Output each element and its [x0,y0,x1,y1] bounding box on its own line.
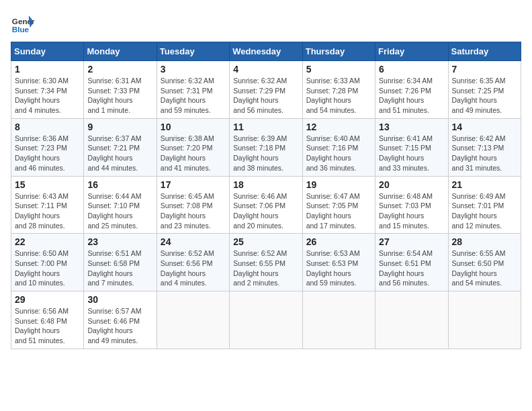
day-info: Sunrise: 6:40 AM Sunset: 7:16 PM Dayligh… [306,134,371,173]
day-number: 29 [15,294,80,305]
calendar-day-cell: 6 Sunrise: 6:34 AM Sunset: 7:26 PM Dayli… [375,61,448,119]
day-info: Sunrise: 6:30 AM Sunset: 7:34 PM Dayligh… [15,76,80,116]
day-info: Sunrise: 6:48 AM Sunset: 7:03 PM Dayligh… [379,191,444,231]
day-number: 8 [15,122,80,132]
day-number: 19 [306,179,371,190]
day-number: 24 [161,236,226,247]
day-info: Sunrise: 6:52 AM Sunset: 6:56 PM Dayligh… [161,248,226,288]
weekday-header: Saturday [448,42,521,61]
day-info: Sunrise: 6:32 AM Sunset: 7:29 PM Dayligh… [233,76,298,116]
logo-icon: General Blue [11,11,35,35]
calendar-week-row: 22 Sunrise: 6:50 AM Sunset: 7:00 PM Dayl… [11,234,521,291]
day-info: Sunrise: 6:47 AM Sunset: 7:05 PM Dayligh… [306,191,371,231]
day-number: 23 [87,236,152,247]
weekday-header: Wednesday [230,42,302,61]
calendar-header-row: SundayMondayTuesdayWednesdayThursdayFrid… [11,42,521,61]
day-info: Sunrise: 6:32 AM Sunset: 7:31 PM Dayligh… [161,76,226,116]
day-info: Sunrise: 6:43 AM Sunset: 7:11 PM Dayligh… [15,191,80,231]
calendar-day-cell [157,291,229,349]
calendar-day-cell: 14 Sunrise: 6:42 AM Sunset: 7:13 PM Dayl… [448,118,521,176]
day-number: 20 [379,179,444,190]
calendar-day-cell [302,291,375,349]
page-header: General Blue [11,11,521,35]
day-number: 4 [233,64,298,75]
day-number: 7 [452,64,517,75]
calendar-day-cell: 5 Sunrise: 6:33 AM Sunset: 7:28 PM Dayli… [302,61,375,119]
day-info: Sunrise: 6:50 AM Sunset: 7:00 PM Dayligh… [15,248,80,288]
day-info: Sunrise: 6:41 AM Sunset: 7:15 PM Dayligh… [379,134,444,173]
weekday-header: Thursday [302,42,375,61]
day-number: 17 [161,179,226,190]
calendar-week-row: 15 Sunrise: 6:43 AM Sunset: 7:11 PM Dayl… [11,176,521,234]
calendar-day-cell: 20 Sunrise: 6:48 AM Sunset: 7:03 PM Dayl… [375,176,448,234]
day-info: Sunrise: 6:54 AM Sunset: 6:51 PM Dayligh… [379,248,444,288]
day-info: Sunrise: 6:34 AM Sunset: 7:26 PM Dayligh… [379,76,444,116]
weekday-header: Sunday [11,42,84,61]
calendar-day-cell: 10 Sunrise: 6:38 AM Sunset: 7:20 PM Dayl… [157,118,229,176]
calendar-day-cell: 21 Sunrise: 6:49 AM Sunset: 7:01 PM Dayl… [448,176,521,234]
calendar-week-row: 8 Sunrise: 6:36 AM Sunset: 7:23 PM Dayli… [11,118,521,176]
calendar-day-cell: 1 Sunrise: 6:30 AM Sunset: 7:34 PM Dayli… [11,61,84,119]
day-info: Sunrise: 6:35 AM Sunset: 7:25 PM Dayligh… [452,76,517,116]
calendar-day-cell: 30 Sunrise: 6:57 AM Sunset: 6:46 PM Dayl… [84,291,157,349]
calendar-table: SundayMondayTuesdayWednesdayThursdayFrid… [11,42,521,349]
day-number: 27 [379,236,444,247]
calendar-day-cell: 27 Sunrise: 6:54 AM Sunset: 6:51 PM Dayl… [375,234,448,291]
day-number: 9 [87,122,152,132]
day-number: 22 [15,236,80,247]
day-info: Sunrise: 6:51 AM Sunset: 6:58 PM Dayligh… [87,248,152,288]
day-info: Sunrise: 6:52 AM Sunset: 6:55 PM Dayligh… [233,248,298,288]
calendar-day-cell [375,291,448,349]
calendar-day-cell: 9 Sunrise: 6:37 AM Sunset: 7:21 PM Dayli… [84,118,157,176]
day-number: 16 [87,179,152,190]
calendar-day-cell: 22 Sunrise: 6:50 AM Sunset: 7:00 PM Dayl… [11,234,84,291]
calendar-day-cell: 18 Sunrise: 6:46 AM Sunset: 7:06 PM Dayl… [230,176,302,234]
day-number: 10 [161,122,226,132]
calendar-day-cell: 7 Sunrise: 6:35 AM Sunset: 7:25 PM Dayli… [448,61,521,119]
day-number: 14 [452,122,517,132]
logo: General Blue [11,11,35,35]
day-info: Sunrise: 6:33 AM Sunset: 7:28 PM Dayligh… [306,76,371,116]
day-number: 3 [161,64,226,75]
day-info: Sunrise: 6:36 AM Sunset: 7:23 PM Dayligh… [15,134,80,173]
calendar-day-cell: 2 Sunrise: 6:31 AM Sunset: 7:33 PM Dayli… [84,61,157,119]
weekday-header: Tuesday [157,42,229,61]
calendar-day-cell: 16 Sunrise: 6:44 AM Sunset: 7:10 PM Dayl… [84,176,157,234]
calendar-day-cell: 28 Sunrise: 6:55 AM Sunset: 6:50 PM Dayl… [448,234,521,291]
calendar-day-cell [230,291,302,349]
day-info: Sunrise: 6:39 AM Sunset: 7:18 PM Dayligh… [233,134,298,173]
day-info: Sunrise: 6:37 AM Sunset: 7:21 PM Dayligh… [87,134,152,173]
calendar-day-cell: 8 Sunrise: 6:36 AM Sunset: 7:23 PM Dayli… [11,118,84,176]
calendar-day-cell: 19 Sunrise: 6:47 AM Sunset: 7:05 PM Dayl… [302,176,375,234]
day-number: 25 [233,236,298,247]
day-number: 13 [379,122,444,132]
calendar-day-cell: 11 Sunrise: 6:39 AM Sunset: 7:18 PM Dayl… [230,118,302,176]
calendar-day-cell: 15 Sunrise: 6:43 AM Sunset: 7:11 PM Dayl… [11,176,84,234]
day-number: 6 [379,64,444,75]
day-info: Sunrise: 6:46 AM Sunset: 7:06 PM Dayligh… [233,191,298,231]
day-number: 28 [452,236,517,247]
calendar-day-cell: 17 Sunrise: 6:45 AM Sunset: 7:08 PM Dayl… [157,176,229,234]
day-info: Sunrise: 6:38 AM Sunset: 7:20 PM Dayligh… [161,134,226,173]
day-number: 12 [306,122,371,132]
calendar-day-cell: 26 Sunrise: 6:53 AM Sunset: 6:53 PM Dayl… [302,234,375,291]
day-info: Sunrise: 6:31 AM Sunset: 7:33 PM Dayligh… [87,76,152,116]
day-info: Sunrise: 6:53 AM Sunset: 6:53 PM Dayligh… [306,248,371,288]
calendar-week-row: 29 Sunrise: 6:56 AM Sunset: 6:48 PM Dayl… [11,291,521,349]
calendar-day-cell [448,291,521,349]
day-number: 2 [87,64,152,75]
calendar-day-cell: 13 Sunrise: 6:41 AM Sunset: 7:15 PM Dayl… [375,118,448,176]
day-number: 30 [87,294,152,305]
calendar-day-cell: 29 Sunrise: 6:56 AM Sunset: 6:48 PM Dayl… [11,291,84,349]
day-number: 1 [15,64,80,75]
day-info: Sunrise: 6:57 AM Sunset: 6:46 PM Dayligh… [87,306,152,346]
day-number: 11 [233,122,298,132]
day-info: Sunrise: 6:42 AM Sunset: 7:13 PM Dayligh… [452,134,517,173]
day-info: Sunrise: 6:49 AM Sunset: 7:01 PM Dayligh… [452,191,517,231]
day-number: 5 [306,64,371,75]
calendar-day-cell: 12 Sunrise: 6:40 AM Sunset: 7:16 PM Dayl… [302,118,375,176]
day-info: Sunrise: 6:56 AM Sunset: 6:48 PM Dayligh… [15,306,80,346]
day-number: 26 [306,236,371,247]
svg-text:Blue: Blue [12,25,30,34]
calendar-day-cell: 23 Sunrise: 6:51 AM Sunset: 6:58 PM Dayl… [84,234,157,291]
